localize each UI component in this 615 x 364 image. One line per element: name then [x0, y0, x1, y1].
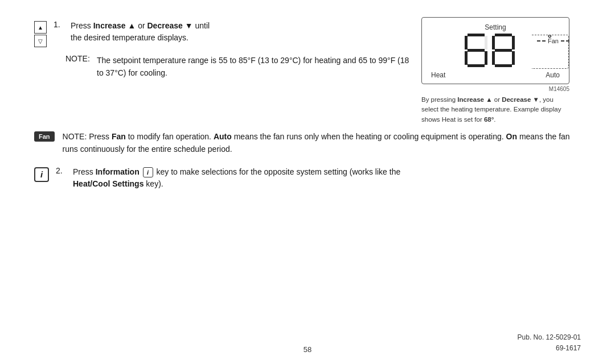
fan-label: Fan	[548, 38, 559, 44]
footer: 58 Pub. No. 12-5029-01 69-1617	[34, 332, 581, 354]
information-icon: i	[34, 167, 49, 182]
note1-block: NOTE: The setpoint temperature range is …	[65, 54, 410, 80]
thermostat-display: Setting °	[421, 17, 569, 84]
pub-line1: Pub. No. 12-5029-01	[518, 332, 581, 343]
digit-6	[464, 34, 489, 68]
increase-bold: Increase ▲	[93, 21, 136, 30]
decrease-arrow-icon: ▽	[34, 35, 47, 47]
top-section: ▲ ▽ 1. Press Increase ▲ or Decrease ▼ un…	[34, 17, 581, 125]
fan-dashes-right	[561, 40, 569, 42]
fan-section: Fan NOTE: Press Fan to modify fan operat…	[34, 130, 581, 156]
fan-note-text: NOTE: Press Fan to modify fan operation.…	[63, 130, 581, 156]
step1-row: ▲ ▽ 1. Press Increase ▲ or Decrease ▼ un…	[34, 20, 410, 47]
display-caption: By pressing Increase ▲ or Decrease ▼, yo…	[421, 95, 569, 125]
increase-arrow-icon: ▲	[34, 21, 47, 34]
dash3	[561, 40, 564, 42]
digit-8	[491, 34, 516, 68]
information-inline-icon: i	[143, 167, 153, 177]
fan-button-icon: Fan	[34, 131, 55, 142]
step2-text: Press Information i key to make selectio…	[73, 166, 400, 190]
fan-indicator: Fan	[537, 38, 569, 44]
decrease-bold: Decrease ▼	[147, 21, 193, 30]
caption-temp: 68°	[484, 116, 494, 123]
display-area: Setting °	[421, 17, 581, 125]
step1-text: Press Increase ▲ or Decrease ▼ until the…	[71, 20, 210, 44]
dash4	[566, 40, 569, 42]
on-bold: On	[506, 132, 517, 141]
model-number: M14605	[421, 86, 569, 92]
heat-label: Heat	[431, 71, 445, 79]
auto-label: Auto	[546, 71, 560, 79]
information-bold: Information	[96, 167, 140, 176]
left-content: ▲ ▽ 1. Press Increase ▲ or Decrease ▼ un…	[34, 17, 410, 88]
pub-info: Pub. No. 12-5029-01 69-1617	[518, 332, 581, 354]
pub-line2: 69-1617	[518, 343, 581, 354]
step2-row: i 2. Press Information i key to make sel…	[34, 166, 581, 190]
caption-decrease: Decrease ▼	[502, 96, 539, 103]
display-bottom: Heat Auto	[430, 71, 561, 79]
setting-label: Setting	[430, 23, 561, 31]
fan-dashes-left	[537, 40, 546, 42]
caption-increase: Increase ▲	[457, 96, 492, 103]
fan-bold: Fan	[112, 132, 126, 141]
step2-number: 2.	[56, 166, 66, 175]
dash2	[542, 40, 546, 42]
dash1	[537, 40, 540, 42]
step1-number: 1.	[54, 20, 64, 29]
heat-cool-settings-bold: Heat/Cool Settings	[73, 179, 144, 188]
fan-note-label: NOTE:	[63, 132, 87, 141]
note1-label: NOTE:	[65, 54, 91, 80]
step1-icons: ▲ ▽	[34, 21, 47, 47]
auto-bold: Auto	[214, 132, 232, 141]
page-container: ▲ ▽ 1. Press Increase ▲ or Decrease ▼ un…	[0, 0, 615, 364]
note1-text: The setpoint temperature range is 55 to …	[97, 54, 410, 80]
page-number: 58	[304, 345, 311, 354]
